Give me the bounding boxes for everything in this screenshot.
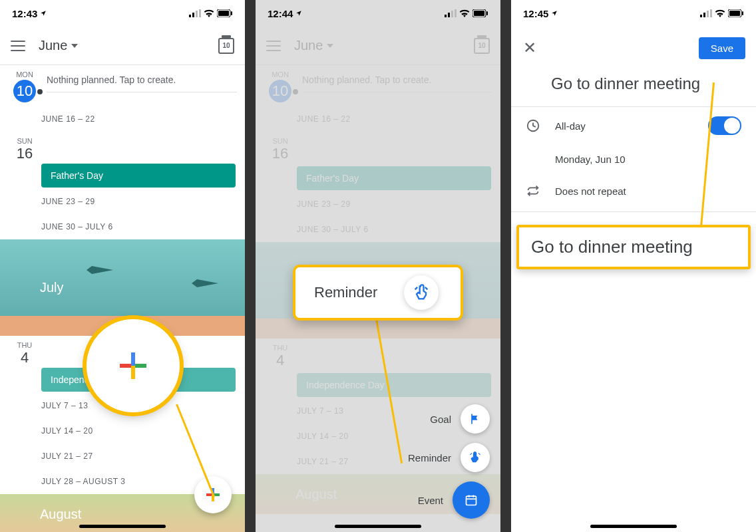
- day-row[interactable]: SUN 16: [0, 132, 245, 162]
- reminder-finger-icon: [469, 451, 482, 464]
- svg-rect-13: [486, 11, 488, 15]
- day-number: 16: [8, 145, 41, 162]
- all-day-toggle[interactable]: [708, 116, 741, 135]
- day-number: 4: [8, 349, 41, 366]
- location-icon: [295, 10, 302, 17]
- menu-icon: [266, 41, 281, 51]
- month-label: June: [39, 38, 67, 53]
- svg-rect-21: [710, 9, 712, 17]
- today-icon: 10: [474, 38, 490, 54]
- day-row-today[interactable]: MON 10 Nothing planned. Tap to create.: [0, 65, 245, 106]
- svg-rect-0: [189, 15, 191, 17]
- agenda-list[interactable]: MON 10 Nothing planned. Tap to create. J…: [0, 65, 245, 532]
- clock-time: 12:43: [12, 8, 37, 19]
- svg-rect-19: [703, 13, 705, 17]
- menu-icon[interactable]: [11, 41, 25, 51]
- svg-rect-10: [455, 9, 457, 17]
- status-bar: 12:43: [0, 0, 245, 27]
- svg-rect-7: [445, 15, 447, 17]
- repeat-label: Does not repeat: [555, 186, 626, 197]
- battery-icon: [728, 9, 744, 17]
- speed-dial-menu: Goal Reminder Event: [408, 404, 490, 519]
- all-day-row[interactable]: All-day: [511, 107, 756, 144]
- dial-item-reminder[interactable]: Reminder: [408, 443, 490, 472]
- battery-icon: [472, 9, 488, 17]
- date-label: Monday, Jun 10: [555, 154, 626, 165]
- week-label: JULY 14 – 20: [0, 418, 245, 444]
- plus-icon: [120, 352, 146, 379]
- wifi-icon: [204, 9, 214, 17]
- clock-time: 12:45: [523, 8, 548, 19]
- dial-label: Goal: [430, 414, 451, 425]
- svg-rect-12: [474, 11, 484, 16]
- all-day-label: All-day: [555, 120, 586, 132]
- reminder-title-input[interactable]: Go to dinner meeting: [511, 69, 756, 107]
- svg-rect-14: [467, 496, 476, 505]
- event-button[interactable]: [453, 481, 490, 519]
- calendar-header: June 10: [256, 27, 500, 65]
- svg-rect-5: [218, 11, 229, 16]
- day-name: THU: [8, 341, 41, 349]
- svg-rect-1: [192, 13, 194, 17]
- today-icon[interactable]: 10: [218, 38, 234, 54]
- callout-reminder-highlight: Reminder: [293, 265, 463, 321]
- day-name: MON: [8, 70, 41, 78]
- phone-panel-3: 12:45 ✕ Save Go to dinner meeting All-da…: [511, 0, 756, 532]
- status-icons: [189, 9, 233, 17]
- dial-item-event[interactable]: Event: [418, 481, 490, 519]
- clock-time: 12:44: [268, 8, 293, 19]
- week-label: JUNE 16 – 22: [0, 106, 245, 132]
- svg-rect-18: [700, 15, 702, 17]
- flag-icon: [469, 412, 482, 426]
- status-bar: 12:44: [256, 0, 500, 27]
- wifi-icon: [715, 9, 725, 17]
- week-label: JUNE 30 – JULY 6: [0, 214, 245, 239]
- chevron-down-icon: [71, 44, 78, 48]
- phone-panel-1: 12:43 June 10 MON 10 Nothing planned. Ta…: [0, 0, 245, 532]
- svg-rect-3: [199, 9, 201, 17]
- home-indicator[interactable]: [335, 525, 421, 528]
- divider: [511, 211, 756, 212]
- reminder-finger-icon: [412, 283, 431, 302]
- close-icon[interactable]: ✕: [522, 39, 538, 57]
- signal-icon: [445, 9, 457, 17]
- dial-label: Reminder: [408, 452, 451, 464]
- month-banner-label: August: [40, 507, 81, 522]
- reminder-button[interactable]: [461, 443, 490, 472]
- callout-label: Reminder: [314, 284, 377, 301]
- nothing-planned-text[interactable]: Nothing planned. Tap to create.: [47, 70, 237, 92]
- date-row[interactable]: Monday, Jun 10: [511, 144, 756, 174]
- location-icon: [40, 10, 47, 17]
- reminder-tap-icon-circle: [404, 275, 439, 310]
- calendar-header: June 10: [0, 27, 245, 65]
- signal-icon: [700, 9, 712, 17]
- svg-rect-24: [742, 11, 743, 15]
- svg-rect-6: [231, 11, 232, 15]
- wifi-icon: [459, 9, 470, 17]
- battery-icon: [217, 9, 233, 17]
- phone-panel-2: 12:44 June 10 MON10Nothing planned. Tap …: [256, 0, 500, 532]
- month-dropdown[interactable]: June: [39, 38, 205, 53]
- week-label: JUNE 23 – 29: [0, 189, 245, 214]
- clock-icon: [526, 118, 540, 133]
- edit-reminder-header: ✕ Save: [511, 27, 756, 69]
- svg-rect-20: [707, 11, 709, 17]
- goal-button[interactable]: [461, 404, 490, 434]
- home-indicator[interactable]: [79, 525, 166, 528]
- save-button[interactable]: Save: [699, 37, 745, 59]
- location-icon: [551, 10, 558, 17]
- day-number-today: 10: [13, 80, 36, 102]
- callout-fab-highlight: [87, 319, 180, 412]
- calendar-icon: [465, 493, 478, 507]
- home-indicator[interactable]: [590, 525, 677, 528]
- svg-rect-8: [448, 13, 450, 17]
- month-dropdown: June: [294, 38, 461, 53]
- dial-item-goal[interactable]: Goal: [430, 404, 490, 434]
- repeat-row[interactable]: Does not repeat: [511, 174, 756, 207]
- repeat-icon: [526, 184, 540, 198]
- day-name: SUN: [8, 137, 41, 145]
- signal-icon: [189, 9, 201, 17]
- week-label: JULY 21 – 27: [0, 444, 245, 469]
- event-chip-fathers-day[interactable]: Father's Day: [41, 164, 236, 188]
- callout-title-highlight: Go to dinner meeting: [516, 225, 751, 269]
